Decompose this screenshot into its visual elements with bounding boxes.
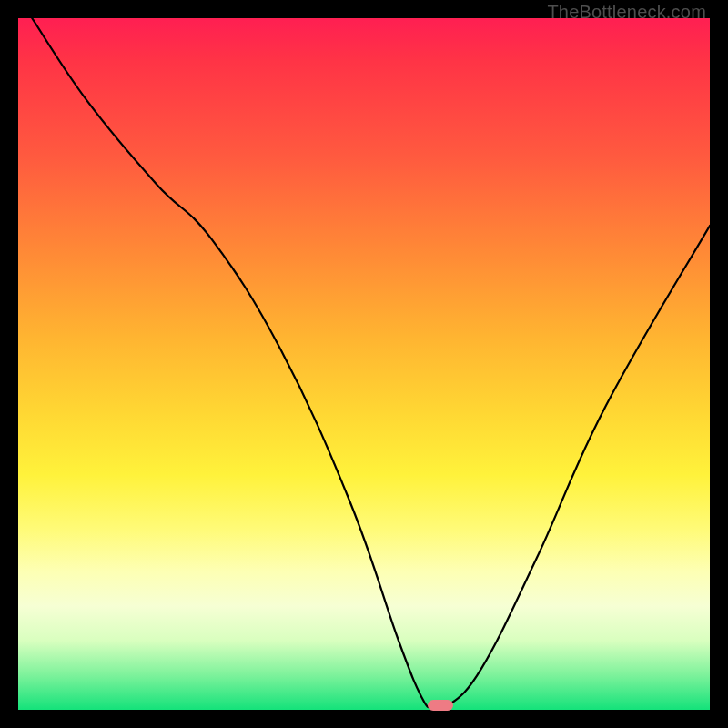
- chart-frame: TheBottleneck.com: [0, 0, 728, 728]
- bottleneck-curve-svg: [18, 18, 710, 710]
- bottleneck-curve: [32, 18, 710, 710]
- plot-area: [18, 18, 710, 710]
- optimal-marker: [428, 700, 453, 711]
